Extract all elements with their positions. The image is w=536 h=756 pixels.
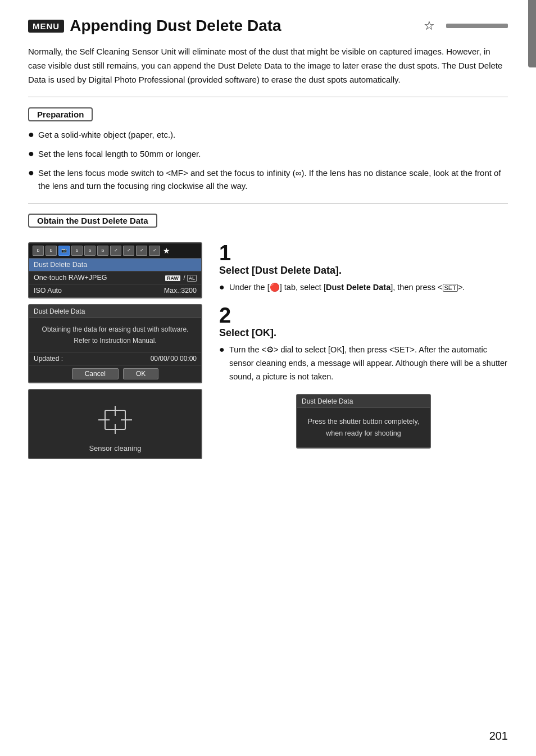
menu-tab-icon: ✓ bbox=[149, 246, 160, 256]
al-badge: AL bbox=[187, 275, 197, 282]
menu-tab-icon: b bbox=[97, 246, 108, 256]
camera-icon-text: 🔴 bbox=[270, 283, 280, 292]
data-screen-footer: Updated : 00/00/'00 00:00 bbox=[29, 352, 201, 365]
step-1: 1 Select [Dust Delete Data]. ● Under the… bbox=[219, 242, 508, 295]
bullet-icon: ● bbox=[219, 280, 229, 295]
ok-button[interactable]: OK bbox=[123, 368, 158, 379]
menu-tab-icon: ✓ bbox=[110, 246, 121, 256]
menu-tab-icon: b bbox=[46, 246, 57, 256]
menu-row-value: Max.:3200 bbox=[164, 287, 197, 295]
section-divider-2 bbox=[28, 203, 508, 203]
menu-badge: MENU bbox=[28, 20, 64, 33]
updated-label: Updated : bbox=[34, 355, 63, 363]
screen-buttons: Cancel OK bbox=[29, 365, 201, 382]
star-icon: ☆ bbox=[424, 19, 435, 33]
obtain-section-title: Obtain the Dust Delete Data bbox=[28, 214, 508, 234]
updated-value: 00/00/'00 00:00 bbox=[151, 355, 197, 363]
step-2-body: ● Turn the <⚙> dial to select [OK], then… bbox=[219, 343, 508, 384]
raw-badge: RAW bbox=[165, 275, 180, 281]
bullet-icon: ● bbox=[28, 146, 38, 162]
list-item: ● Get a solid-white object (paper, etc.)… bbox=[28, 128, 508, 143]
list-item-text: Get a solid-white object (paper, etc.). bbox=[38, 128, 175, 141]
data-screen-body: Obtaining the data for erasing dust with… bbox=[29, 318, 201, 352]
data-screen: Dust Delete Data Obtaining the data for … bbox=[28, 304, 202, 384]
menu-tab-icon: b bbox=[84, 246, 96, 256]
step-1-title: Select [Dust Delete Data]. bbox=[219, 265, 508, 277]
step-1-number: 1 bbox=[219, 242, 508, 264]
sensor-cleaning-screen: Sensor cleaning bbox=[28, 389, 202, 459]
step-2-text: Turn the <⚙> dial to select [OK], then p… bbox=[229, 343, 508, 384]
left-column: b b 📷 b b b ✓ ✓ ✓ ✓ ★ Dust Delete Data O… bbox=[28, 242, 202, 460]
sensor-cleaning-label: Sensor cleaning bbox=[35, 444, 196, 452]
menu-row-label: One-touch RAW+JPEG bbox=[34, 274, 107, 282]
menu-tab-icon: b bbox=[33, 246, 44, 256]
list-item: ● Set the lens focal length to 50mm or l… bbox=[28, 147, 508, 162]
small-screen-header: Dust Delete Data bbox=[297, 395, 430, 408]
menu-row: One-touch RAW+JPEG RAW / AL bbox=[29, 271, 201, 284]
menu-star-icon: ★ bbox=[163, 246, 170, 255]
menu-screen-top: b b 📷 b b b ✓ ✓ ✓ ✓ ★ Dust Delete Data O… bbox=[28, 242, 202, 298]
small-screen-body: Press the shutter button completely, whe… bbox=[297, 408, 430, 448]
small-screen: Dust Delete Data Press the shutter butto… bbox=[296, 394, 431, 449]
bold-text: Dust Delete Data bbox=[326, 283, 390, 292]
data-screen-header: Dust Delete Data bbox=[29, 305, 201, 318]
preparation-section-label: Preparation bbox=[28, 107, 93, 121]
obtain-layout: b b 📷 b b b ✓ ✓ ✓ ✓ ★ Dust Delete Data O… bbox=[28, 242, 508, 460]
step-2: 2 Select [OK]. ● Turn the <⚙> dial to se… bbox=[219, 305, 508, 384]
right-column: 1 Select [Dust Delete Data]. ● Under the… bbox=[219, 242, 508, 449]
set-icon: SET bbox=[443, 284, 458, 292]
menu-row-highlighted: Dust Delete Data bbox=[29, 259, 201, 271]
bullet-icon: ● bbox=[219, 342, 229, 357]
section-divider bbox=[28, 97, 508, 97]
right-accent-bar bbox=[528, 0, 536, 67]
menu-tab-icon-active: 📷 bbox=[58, 246, 70, 256]
obtain-section-label: Obtain the Dust Delete Data bbox=[28, 214, 157, 228]
list-item-text: Set the lens focal length to 50mm or lon… bbox=[38, 147, 201, 160]
menu-row-label: Dust Delete Data bbox=[34, 261, 87, 269]
separator: / bbox=[183, 274, 185, 281]
menu-tab-icon: ✓ bbox=[123, 246, 134, 256]
menu-topbar: b b 📷 b b b ✓ ✓ ✓ ✓ ★ bbox=[29, 243, 201, 259]
menu-row: ISO Auto Max.:3200 bbox=[29, 284, 201, 297]
menu-tab-icon: b bbox=[71, 246, 83, 256]
step-1-text: Under the [🔴] tab, select [Dust Delete D… bbox=[229, 281, 465, 295]
intro-paragraph: Normally, the Self Cleaning Sensor Unit … bbox=[28, 45, 508, 87]
menu-row-value: RAW / AL bbox=[165, 274, 197, 282]
list-item-text: Set the lens focus mode switch to <MF> a… bbox=[38, 166, 508, 193]
step-2-title: Select [OK]. bbox=[219, 327, 508, 339]
sensor-crosshair bbox=[35, 400, 196, 440]
list-item: ● Set the lens focus mode switch to <MF>… bbox=[28, 166, 508, 193]
step-1-body: ● Under the [🔴] tab, select [Dust Delete… bbox=[219, 281, 508, 295]
menu-tab-icon: ✓ bbox=[136, 246, 147, 256]
step-2-number: 2 bbox=[219, 305, 508, 326]
title-bar-decoration bbox=[446, 24, 508, 28]
cancel-button[interactable]: Cancel bbox=[72, 368, 119, 379]
menu-row-label: ISO Auto bbox=[34, 287, 62, 295]
bullet-icon: ● bbox=[28, 127, 38, 143]
crosshair-svg bbox=[93, 400, 138, 440]
page-title-area: MENU Appending Dust Delete Data ☆ bbox=[28, 17, 508, 35]
preparation-list: ● Get a solid-white object (paper, etc.)… bbox=[28, 128, 508, 192]
bullet-icon: ● bbox=[28, 165, 38, 181]
page-title: Appending Dust Delete Data bbox=[70, 17, 421, 35]
page-number: 201 bbox=[489, 730, 508, 743]
